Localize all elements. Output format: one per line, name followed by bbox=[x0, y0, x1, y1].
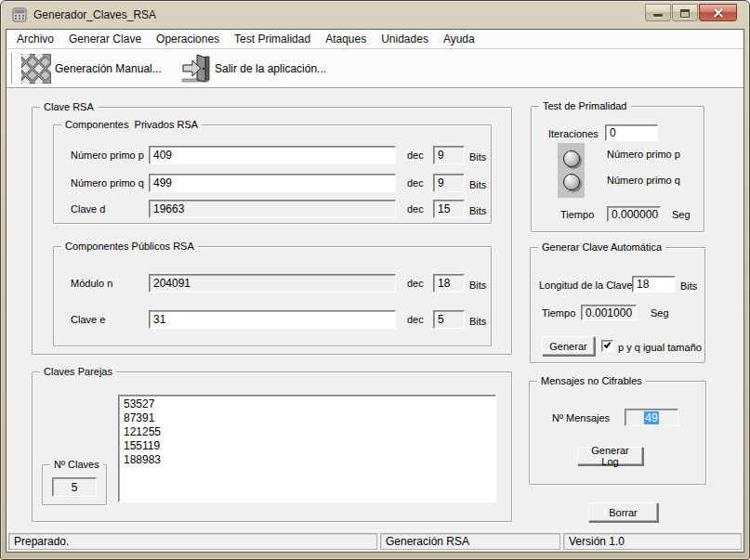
list-item[interactable]: 53527 bbox=[124, 397, 495, 411]
pq-igual-checkbox[interactable] bbox=[601, 340, 613, 352]
app-icon bbox=[12, 7, 27, 22]
menu-ataques[interactable]: Ataques bbox=[318, 31, 374, 47]
primo-q-input[interactable] bbox=[149, 174, 396, 192]
tiempo-test-value: 0.000000 bbox=[607, 206, 661, 222]
menu-generar-clave[interactable]: Generar Clave bbox=[61, 31, 149, 47]
iteraciones-input[interactable] bbox=[605, 124, 658, 141]
primo-p-input[interactable] bbox=[149, 146, 396, 164]
tiempo-auto-value: 0.001000 bbox=[581, 305, 637, 320]
list-item[interactable]: 155119 bbox=[124, 439, 495, 453]
window-body: Archivo Generar Clave Operaciones Test P… bbox=[6, 29, 744, 553]
test-primalidad-group: Test de Primalidad Iteraciones Número pr… bbox=[531, 106, 704, 232]
num-mensajes-field: 49 bbox=[625, 409, 678, 426]
client-area: Clave RSA Componentes Privados RSA Númer… bbox=[7, 88, 743, 530]
status-version: Versión 1.0 bbox=[563, 533, 742, 550]
clave-d-bits-value: 15 bbox=[433, 200, 465, 218]
primo-q-dec-label: dec bbox=[407, 177, 424, 189]
salir-button[interactable]: Salir de la aplicación... bbox=[179, 53, 328, 85]
minimize-icon bbox=[653, 14, 663, 17]
clave-e-bits-value: 5 bbox=[433, 310, 465, 329]
tiempo-test-label: Tiempo bbox=[560, 209, 594, 221]
status-mode: Generación RSA bbox=[380, 533, 560, 550]
led-p-label: Número primo p bbox=[607, 149, 680, 161]
generar-log-button[interactable]: Generar Log bbox=[577, 447, 643, 465]
generacion-manual-label: Generación Manual... bbox=[55, 62, 162, 75]
longitud-unit: Bits bbox=[680, 280, 697, 293]
longitud-input[interactable] bbox=[632, 276, 676, 293]
borrar-button[interactable]: Borrar bbox=[588, 502, 658, 522]
menu-bar: Archivo Generar Clave Operaciones Test P… bbox=[7, 30, 743, 49]
keyboard-icon bbox=[21, 54, 51, 84]
num-mensajes-label: Nº Mensajes bbox=[552, 412, 610, 424]
clave-d-dec-label: dec bbox=[407, 203, 424, 215]
tiempo-test-unit: Seg bbox=[672, 209, 691, 221]
minimize-button[interactable] bbox=[645, 4, 671, 21]
tiempo-auto-label: Tiempo bbox=[542, 307, 575, 319]
close-button[interactable] bbox=[699, 4, 737, 21]
list-item[interactable]: 188983 bbox=[124, 453, 495, 467]
menu-operaciones[interactable]: Operaciones bbox=[149, 31, 227, 47]
componentes-publicos-group: Componentes Públicos RSA Módulo n 204091… bbox=[53, 246, 492, 346]
exit-door-icon bbox=[181, 54, 211, 84]
menu-test-primalidad[interactable]: Test Primalidad bbox=[227, 31, 318, 47]
componentes-privados-group: Componentes Privados RSA Número primo p … bbox=[53, 124, 492, 224]
app-window: Generador_Claves_RSA Archivo Generar Cla… bbox=[0, 0, 750, 560]
modulo-n-label: Módulo n bbox=[71, 278, 112, 290]
primo-p-bits-label: Bits bbox=[469, 151, 486, 163]
row-clave-d: Clave d 19663 dec 15 Bits bbox=[54, 200, 491, 218]
primo-p-dec-label: dec bbox=[407, 150, 424, 162]
clave-d-label: Clave d bbox=[71, 203, 105, 215]
modulo-n-value: 204091 bbox=[149, 274, 396, 293]
primo-p-bits-value: 9 bbox=[433, 146, 465, 164]
menu-archivo[interactable]: Archivo bbox=[9, 31, 61, 47]
menu-ayuda[interactable]: Ayuda bbox=[436, 31, 482, 47]
tiempo-auto-unit: Seg bbox=[651, 307, 669, 319]
menu-unidades[interactable]: Unidades bbox=[374, 31, 436, 47]
num-claves-title: Nº Claves bbox=[50, 458, 103, 471]
mensajes-title: Mensajes no Cifrables bbox=[537, 374, 646, 387]
primo-q-label: Número primo q bbox=[71, 177, 144, 189]
row-primo-p: Número primo p dec 9 Bits bbox=[54, 146, 491, 164]
modulo-n-bits-value: 18 bbox=[433, 274, 465, 293]
maximize-button[interactable] bbox=[672, 4, 698, 21]
title-bar: Generador_Claves_RSA bbox=[1, 1, 749, 29]
iteraciones-label: Iteraciones bbox=[548, 128, 599, 140]
caption-buttons bbox=[644, 4, 737, 21]
longitud-label: Longitud de la Clave bbox=[539, 280, 632, 292]
modulo-n-dec-label: dec bbox=[407, 278, 424, 290]
status-message: Preparado. bbox=[8, 533, 377, 550]
row-modulo-n: Módulo n 204091 dec 18 Bits bbox=[54, 274, 491, 293]
componentes-publicos-title: Componentes Públicos RSA bbox=[61, 240, 198, 253]
led-panel bbox=[558, 143, 585, 198]
list-item[interactable]: 121255 bbox=[124, 425, 495, 439]
generar-auto-group: Generar Clave Automática Longitud de la … bbox=[530, 247, 705, 363]
clave-rsa-title: Clave RSA bbox=[40, 100, 98, 113]
clave-rsa-group: Clave RSA Componentes Privados RSA Númer… bbox=[32, 107, 512, 355]
claves-parejas-title: Claves Parejas bbox=[40, 365, 116, 378]
generar-button[interactable]: Generar bbox=[542, 336, 595, 356]
claves-parejas-listbox[interactable]: 53527 87391 121255 155119 188983 bbox=[118, 395, 496, 502]
led-q-label: Número primo q bbox=[607, 175, 680, 187]
clave-e-label: Clave e bbox=[71, 314, 105, 326]
primo-q-bits-label: Bits bbox=[469, 179, 486, 191]
num-claves-value: 5 bbox=[52, 477, 97, 497]
mensajes-group: Mensajes no Cifrables Nº Mensajes 49 Gen… bbox=[529, 381, 706, 485]
clave-e-input[interactable] bbox=[149, 310, 396, 329]
clave-e-bits-label: Bits bbox=[469, 316, 486, 328]
generar-auto-title: Generar Clave Automática bbox=[538, 241, 665, 254]
claves-parejas-group: Claves Parejas 53527 87391 121255 155119… bbox=[32, 371, 512, 522]
close-icon bbox=[713, 7, 724, 19]
list-item[interactable]: 87391 bbox=[124, 411, 495, 425]
primo-p-label: Número primo p bbox=[71, 150, 144, 162]
row-clave-e: Clave e dec 5 Bits bbox=[54, 310, 491, 329]
toolbar: Generación Manual... Salir de la aplicac… bbox=[7, 49, 743, 88]
maximize-icon bbox=[680, 9, 690, 18]
num-claves-group: Nº Claves 5 bbox=[42, 464, 107, 505]
row-primo-q: Número primo q dec 9 Bits bbox=[54, 174, 491, 192]
led-primo-q-icon bbox=[563, 174, 580, 190]
status-bar: Preparado. Generación RSA Versión 1.0 bbox=[7, 530, 743, 552]
pq-igual-label: p y q igual tamaño bbox=[618, 342, 702, 354]
test-primalidad-title: Test de Primalidad bbox=[539, 99, 631, 112]
toolbar-grip bbox=[11, 53, 13, 84]
generacion-manual-button[interactable]: Generación Manual... bbox=[20, 53, 164, 85]
